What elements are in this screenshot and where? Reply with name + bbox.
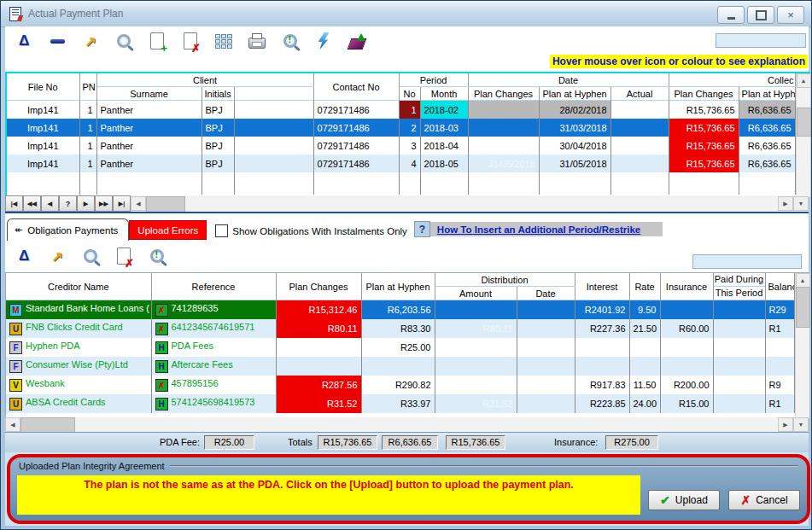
tab-bar: ↞ Obligation Payments Upload Errors Show… [7,218,663,241]
obligation-row[interactable]: FHyphen PDA HPDA Fees R25.00 [6,338,794,357]
insurance-label: Insurance: [554,437,598,447]
period-row[interactable]: Imp141 1 Panther BPJ 0729171486 3 2018-0… [7,137,795,154]
bottom-grid-hscrollbar[interactable]: ◀ ▶ ▼ [5,417,809,432]
reference-status-icon: ✗ [155,304,168,317]
creditor-type-icon: F [9,360,22,373]
scroll-left-icon[interactable]: ◀ [5,417,20,432]
bottom-grid-vscrollbar[interactable]: ▲ [795,273,809,418]
period-row[interactable]: Imp141 1 Panther BPJ 0729171486 1 2018-0… [7,101,795,119]
period-no-cell: 1 [399,101,420,119]
scroll-up-icon[interactable]: ▲ [796,273,810,288]
col-plan-changes: Plan Changes [276,273,361,300]
obligation-row-selected[interactable]: MStandard Bank Home Loans ( ✗741289635 R… [6,300,794,320]
creditor-name: Consumer Wise (Pty)Ltd [26,359,128,370]
col-month: Month [420,87,468,101]
scroll-left-icon[interactable]: ◀ [131,196,146,211]
obligations-grid: Creditor Name Reference Plan Changes Pla… [5,272,809,418]
nav-last-button[interactable]: ▶| [113,195,131,212]
top-grid-hscrollbar[interactable]: ◀ ▶ ▼ [131,196,809,211]
upload-button[interactable]: ✔ Upload [648,490,720,510]
col-amount: Amount [435,287,517,300]
maximize-icon [756,10,767,20]
nav-prev-button[interactable]: ◀ [41,195,59,212]
app-window: Actual Payment Plan × Δ ↗ + ✗ Hover mous… [0,0,812,530]
scroll-right-icon[interactable]: ▶ [778,417,793,432]
upload-warning-message: The plan is not the same as at the PDA. … [17,475,640,491]
scroll-thumb[interactable] [146,196,185,213]
delta-icon[interactable]: Δ [14,31,34,51]
scroll-up-icon[interactable]: ▲ [797,73,811,88]
nav-prev-page-button[interactable]: ◀◀ [23,195,41,212]
nav-help-button[interactable]: ? [59,195,77,212]
scroll-thumb[interactable] [796,287,810,328]
delete-document-icon[interactable]: ✗ [114,246,134,266]
period-row[interactable]: Imp141 1 Panther BPJ 0729171486 4 2018-0… [7,154,795,172]
scroll-down-icon[interactable]: ▼ [793,196,809,211]
delete-document-icon[interactable]: ✗ [180,31,201,51]
upload-warning-box: The plan is not the same as at the PDA. … [17,475,640,515]
col-creditor: Creditor Name [6,273,151,300]
col-period-no: No [399,87,420,101]
maximize-button[interactable] [747,6,774,24]
filter-input-top[interactable] [716,33,806,48]
divider [5,212,809,213]
instalments-filter: Show Obligations With Instalments Only [215,224,407,237]
export-icon[interactable] [347,31,367,51]
help-icon[interactable]: ? [414,221,430,237]
search-icon[interactable] [114,31,134,51]
reference-status-icon: H [155,398,168,411]
alert-cell: R15,736.65 [669,154,739,172]
obligation-row[interactable]: VWesbank ✗457895156 R287.56 R290.82 R917… [6,376,794,394]
scroll-down-icon[interactable]: ▼ [793,417,809,432]
nav-next-button[interactable]: ▶ [77,195,95,212]
lightning-icon[interactable] [313,31,334,51]
reference-status-icon: H [155,341,168,354]
preview-icon[interactable] [147,246,167,266]
goto-arrow-icon[interactable]: ↗ [80,31,101,51]
nav-next-page-button[interactable]: ▶▶ [95,195,113,212]
period-grid: File No PN Client Contact No Period Date… [5,72,810,197]
obligation-row[interactable]: UFNB Clicks Credit Card ✗641234567461957… [6,319,794,338]
scroll-thumb[interactable] [797,108,811,137]
obligation-row[interactable]: FConsumer Wise (Pty)Ltd HAftercare Fees [6,357,794,376]
reference-number: PDA Fees [172,341,214,351]
reference-status-icon: H [155,360,168,373]
col-collect-plan-changes: Plan Changes [669,87,739,101]
tab-obligation-payments[interactable]: ↞ Obligation Payments [7,218,129,241]
grid-icon[interactable] [213,31,234,51]
creditor-name: Wesbank [26,378,65,388]
search-icon[interactable] [80,246,101,266]
col-surname: Surname [96,87,202,101]
minus-icon[interactable] [47,31,67,51]
reference-number: 5741245698419573 [172,397,255,407]
group-period: Period [399,73,468,87]
cancel-button[interactable]: ✗ Cancel [728,490,800,510]
creditor-name: Standard Bank Home Loans ( [26,303,149,313]
period-row-selected[interactable]: Imp141 1 Panther BPJ 0729171486 2 2018-0… [7,119,795,137]
tab-upload-errors[interactable]: Upload Errors [129,220,207,240]
close-button[interactable]: × [777,6,804,24]
delta-icon[interactable]: Δ [14,246,34,266]
help-link[interactable]: How To Insert an Additional Period/Restr… [437,224,640,235]
col-collect-plan-at-hyphen: Plan at Hyphen [739,87,795,101]
preview-icon[interactable] [280,31,301,51]
nav-first-button[interactable]: |◀ [5,195,23,212]
top-grid-vscrollbar[interactable]: ▲ [796,73,810,197]
add-document-icon[interactable]: + [147,31,167,51]
scroll-right-icon[interactable]: ▶ [778,196,793,211]
obligation-row[interactable]: UABSA Credit Cards H5741245698419573 R31… [6,394,794,413]
col-client-extra [234,87,313,101]
goto-arrow-icon[interactable]: ↗ [47,246,67,266]
check-icon: ✔ [660,493,670,507]
group-client: Client [96,73,313,87]
creditor-type-icon: U [9,398,22,411]
filter-input-bottom[interactable] [692,254,802,269]
col-date-plan-changes: Plan Changes [468,87,539,101]
print-icon[interactable] [247,31,267,51]
reference-number: Aftercare Fees [172,359,233,370]
total-plan-changes: R15,736.65 [318,435,377,450]
col-file-no: File No [7,73,79,101]
title-bar: Actual Payment Plan × [1,1,811,27]
minimize-button[interactable] [717,6,745,24]
instalments-checkbox[interactable] [215,224,228,237]
